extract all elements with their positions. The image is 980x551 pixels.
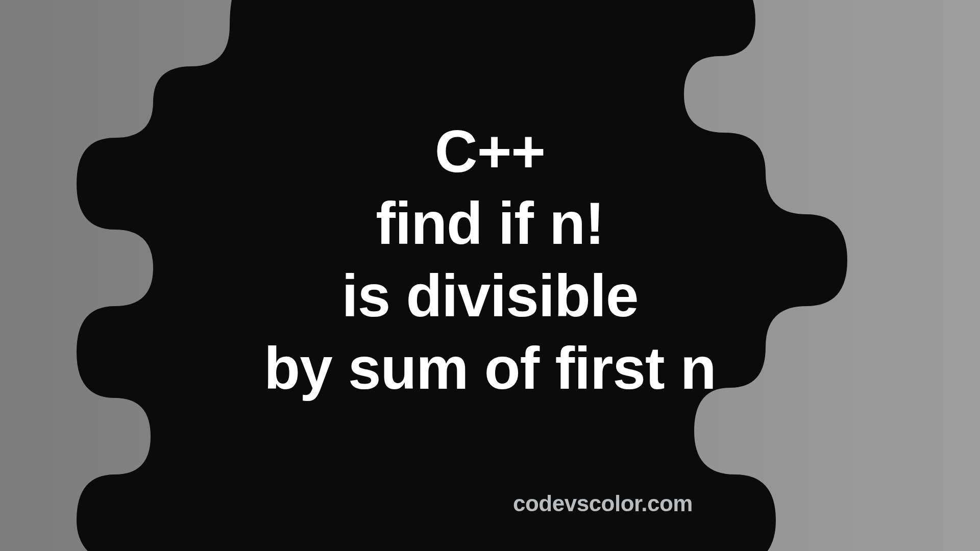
headline-container: C++ find if n! is divisible by sum of fi… (0, 0, 980, 551)
headline-line-4: by sum of first n (264, 335, 716, 402)
headline-text: C++ find if n! is divisible by sum of fi… (264, 116, 716, 405)
headline-line-1: C++ (435, 118, 545, 185)
watermark-text: codevscolor.com (513, 491, 693, 516)
headline-line-2: find if n! (376, 190, 604, 257)
banner-graphic: C++ find if n! is divisible by sum of fi… (0, 0, 980, 551)
headline-line-3: is divisible (341, 263, 638, 329)
